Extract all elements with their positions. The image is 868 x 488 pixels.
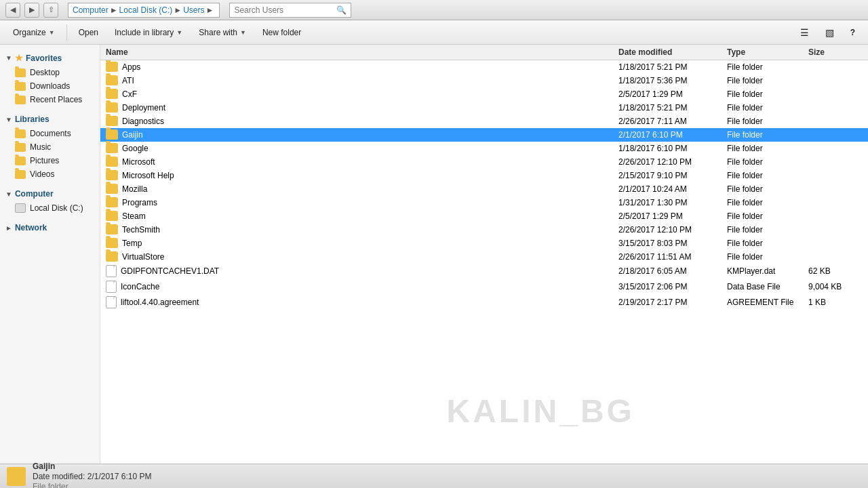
file-name-cell: Microsoft: [106, 157, 618, 167]
search-bar[interactable]: 🔍: [229, 3, 351, 18]
network-expand-icon: ►: [5, 224, 12, 232]
file-name: CxF: [122, 89, 137, 99]
file-type: File folder: [727, 103, 808, 113]
open-label: Open: [79, 28, 98, 37]
sidebar-item-downloads-label: Downloads: [30, 81, 70, 91]
file-type: AGREEMENT File: [727, 298, 808, 307]
table-row[interactable]: ATI 1/18/2017 5:36 PM File folder: [100, 74, 868, 87]
forward-button[interactable]: ▶: [24, 3, 39, 18]
view-options-button[interactable]: ☰: [793, 23, 816, 42]
sidebar-item-localdisk-label: Local Disk (C:): [30, 203, 83, 213]
sidebar-item-recent-places-label: Recent Places: [30, 95, 82, 104]
breadcrumb-users[interactable]: Users: [183, 5, 204, 15]
table-row[interactable]: Diagnostics 2/26/2017 7:11 AM File folde…: [100, 115, 868, 128]
file-type: File folder: [727, 76, 808, 85]
status-item-icon: [7, 467, 26, 486]
file-date: 2/1/2017 6:10 PM: [618, 130, 727, 140]
file-type: KMPlayer.dat: [727, 266, 808, 276]
toolbar: Organize ▼ Open Include in library ▼ Sha…: [0, 20, 868, 45]
file-name: IconCache: [121, 282, 159, 291]
organize-button[interactable]: Organize ▼: [5, 23, 62, 42]
file-list-header[interactable]: Name Date modified Type Size: [100, 45, 868, 60]
status-bar: Gaijin Date modified: 2/1/2017 6:10 PM F…: [0, 464, 868, 488]
help-button[interactable]: ?: [843, 23, 863, 42]
table-row[interactable]: Deployment 1/18/2017 5:21 PM File folder: [100, 101, 868, 115]
open-button[interactable]: Open: [71, 23, 106, 42]
table-row[interactable]: Temp 3/15/2017 8:03 PM File folder: [100, 237, 868, 250]
sidebar-item-music[interactable]: Music: [0, 140, 100, 154]
breadcrumb-localdisk[interactable]: Local Disk (C:): [119, 5, 173, 15]
sidebar-section-network[interactable]: ► Network: [0, 220, 100, 235]
table-row[interactable]: GDIPFONTCACHEV1.DAT 2/18/2017 6:05 AM KM…: [100, 264, 868, 279]
status-text: Gaijin Date modified: 2/1/2017 6:10 PM F…: [33, 462, 151, 489]
col-size[interactable]: Size: [808, 47, 863, 57]
table-row[interactable]: Steam 2/5/2017 1:29 PM File folder: [100, 209, 868, 223]
col-name[interactable]: Name: [106, 47, 618, 57]
file-name-cell: Apps: [106, 62, 618, 72]
file-name: Programs: [122, 198, 157, 207]
toolbar-separator-1: [66, 24, 67, 41]
table-row[interactable]: VirtualStore 2/26/2017 11:51 AM File fol…: [100, 250, 868, 264]
table-row[interactable]: Mozilla 2/1/2017 10:24 AM File folder: [100, 182, 868, 196]
file-size: 1 KB: [808, 298, 863, 307]
file-date: 2/26/2017 12:10 PM: [618, 157, 727, 167]
include-library-button[interactable]: Include in library ▼: [107, 23, 190, 42]
folder-icon: [106, 238, 118, 248]
file-name: liftool.4.40.agreement: [121, 298, 199, 307]
table-row[interactable]: TechSmith 2/26/2017 12:10 PM File folder: [100, 223, 868, 237]
table-row[interactable]: Gaijin 2/1/2017 6:10 PM File folder: [100, 128, 868, 142]
file-date: 2/5/2017 1:29 PM: [618, 89, 727, 99]
breadcrumb-sep-2: ►: [174, 5, 182, 15]
up-button[interactable]: ⇧: [43, 3, 58, 18]
share-with-arrow-icon: ▼: [240, 29, 246, 36]
folder-icon: [106, 102, 118, 113]
file-name-cell: ATI: [106, 75, 618, 85]
file-name-cell: TechSmith: [106, 224, 618, 235]
address-bar[interactable]: Computer ► Local Disk (C:) ► Users ►: [68, 3, 220, 18]
sidebar-item-pictures[interactable]: Pictures: [0, 154, 100, 167]
file-name: Deployment: [122, 103, 165, 113]
new-folder-button[interactable]: New folder: [255, 23, 309, 42]
favorites-star-icon: ★: [15, 53, 23, 63]
file-date: 2/19/2017 2:17 PM: [618, 298, 727, 307]
sidebar-item-documents[interactable]: Documents: [0, 127, 100, 140]
sidebar-item-localdisk[interactable]: Local Disk (C:): [0, 201, 100, 215]
file-name-cell: Microsoft Help: [106, 170, 618, 180]
table-row[interactable]: Microsoft 2/26/2017 12:10 PM File folder: [100, 155, 868, 169]
search-input[interactable]: [234, 5, 336, 15]
table-row[interactable]: Google 1/18/2017 6:10 PM File folder: [100, 142, 868, 155]
table-row[interactable]: Programs 1/31/2017 1:30 PM File folder: [100, 196, 868, 209]
file-name: Microsoft: [122, 157, 155, 167]
table-row[interactable]: CxF 2/5/2017 1:29 PM File folder: [100, 87, 868, 101]
nav-controls: ◀ ▶ ⇧ Computer ► Local Disk (C:) ► Users…: [5, 3, 351, 18]
sidebar-item-recent-places[interactable]: Recent Places: [0, 93, 100, 106]
sidebar-item-desktop[interactable]: Desktop: [0, 66, 100, 79]
table-row[interactable]: Apps 1/18/2017 5:21 PM File folder: [100, 60, 868, 74]
libraries-label: Libraries: [15, 115, 50, 124]
table-row[interactable]: Microsoft Help 2/15/2017 9:10 PM File fo…: [100, 169, 868, 182]
col-type[interactable]: Type: [727, 47, 808, 57]
file-type: File folder: [727, 89, 808, 99]
include-library-arrow-icon: ▼: [176, 29, 182, 36]
share-with-button[interactable]: Share with ▼: [191, 23, 254, 42]
folder-icon: [106, 157, 118, 167]
file-date: 1/18/2017 5:21 PM: [618, 62, 727, 72]
music-folder-icon: [15, 143, 26, 152]
preview-pane-button[interactable]: ▧: [818, 23, 842, 42]
file-name-cell: Mozilla: [106, 184, 618, 194]
table-row[interactable]: IconCache 3/15/2017 2:06 PM Data Base Fi…: [100, 279, 868, 295]
file-name: Gaijin: [122, 130, 143, 140]
desktop-folder-icon: [15, 68, 26, 77]
sidebar-section-computer[interactable]: ▼ Computer: [0, 186, 100, 201]
sidebar-item-downloads[interactable]: Downloads: [0, 79, 100, 93]
sidebar-item-videos[interactable]: Videos: [0, 167, 100, 181]
col-date[interactable]: Date modified: [618, 47, 727, 57]
table-row[interactable]: liftool.4.40.agreement 2/19/2017 2:17 PM…: [100, 295, 868, 310]
file-name: Diagnostics: [122, 117, 164, 126]
file-type: File folder: [727, 171, 808, 180]
sidebar-section-libraries[interactable]: ▼ Libraries: [0, 112, 100, 127]
file-name: Google: [122, 144, 149, 153]
sidebar-section-favorites[interactable]: ▼ ★ Favorites: [0, 50, 100, 66]
breadcrumb-computer[interactable]: Computer: [73, 5, 108, 15]
back-button[interactable]: ◀: [5, 3, 20, 18]
